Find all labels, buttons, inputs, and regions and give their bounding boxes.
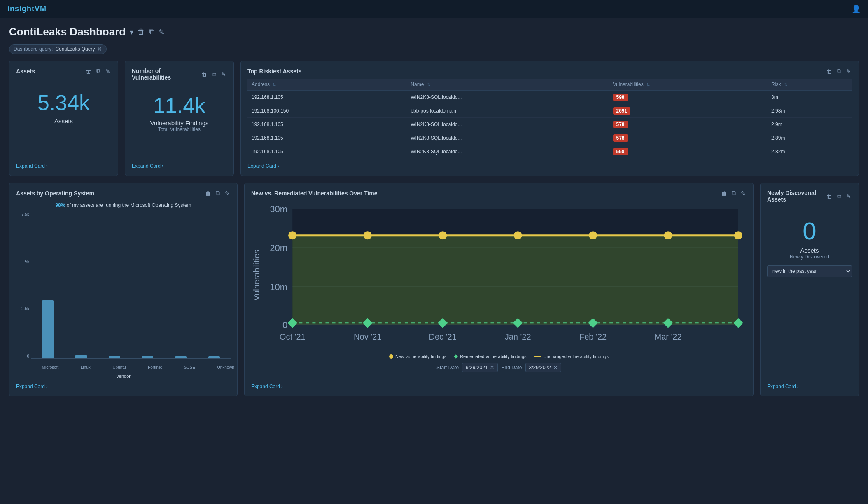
- title-copy-icon[interactable]: ⧉: [149, 28, 154, 36]
- riskiest-edit-icon[interactable]: ✎: [845, 68, 852, 75]
- os-card: Assets by Operating System 🗑 ⧉ ✎ 98% of …: [9, 183, 238, 396]
- bar-microsoft: [42, 300, 54, 358]
- newly-sublabel: Newly Discovered: [767, 254, 852, 260]
- end-date-clear-icon[interactable]: ✕: [553, 365, 558, 370]
- nvr-trash-icon[interactable]: 🗑: [720, 190, 728, 197]
- risk-address: 192.168.1.105: [247, 118, 406, 131]
- risk-vulns: 578: [609, 118, 768, 131]
- os-vendor-label: Vendor: [16, 374, 231, 379]
- col-address[interactable]: Address ⇅: [247, 79, 406, 91]
- risk-name[interactable]: WIN2K8-SQL.localdo...: [406, 131, 609, 145]
- svg-text:Jan '22: Jan '22: [505, 332, 531, 341]
- assets-copy-icon[interactable]: ⧉: [96, 68, 101, 75]
- riskiest-expand-card[interactable]: Expand Card ›: [247, 158, 852, 169]
- vulnerabilities-label: Vulnerability Findings: [132, 120, 227, 127]
- risk-vulns: 598: [609, 91, 768, 104]
- riskiest-expand-arrow-icon: ›: [278, 163, 279, 169]
- legend-remediated-dot: [454, 354, 458, 359]
- assets-big-label: Assets: [16, 117, 111, 124]
- svg-text:Vulnerabilities: Vulnerabilities: [252, 249, 261, 300]
- risk-score: 2.98m: [767, 104, 852, 118]
- os-expand-card[interactable]: Expand Card ›: [16, 379, 231, 389]
- svg-text:Nov '21: Nov '21: [354, 332, 381, 341]
- vulnerabilities-expand-card[interactable]: Expand Card ›: [132, 158, 227, 169]
- newly-trash-icon[interactable]: 🗑: [826, 193, 833, 200]
- os-subtitle: 98% of my assets are running the Microso…: [16, 202, 231, 208]
- date-filters: Start Date 9/29/2021 ✕ End Date 3/29/202…: [251, 363, 747, 372]
- legend-remediated: Remediated vulnerability findings: [454, 354, 526, 359]
- svg-text:Oct '21: Oct '21: [280, 332, 306, 341]
- start-date-label: Start Date: [436, 365, 459, 370]
- svg-text:10m: 10m: [270, 282, 287, 292]
- top-riskiest-card-title: Top Riskiest Assets: [247, 68, 826, 75]
- assets-edit-icon[interactable]: ✎: [105, 68, 111, 75]
- risk-address: 192.168.1.105: [247, 91, 406, 104]
- risk-table-header-row: Address ⇅ Name ⇅ Vulnerabilities ⇅ Risk …: [247, 79, 852, 91]
- vuln-copy-icon[interactable]: ⧉: [211, 71, 217, 78]
- nvr-chart: 30m 20m 10m 0: [251, 201, 747, 379]
- risk-name[interactable]: WIN2K8-SQL.localdo...: [406, 145, 609, 159]
- riskiest-copy-icon[interactable]: ⧉: [836, 68, 842, 75]
- legend-remediated-label: Remediated vulnerability findings: [460, 354, 526, 359]
- risk-name[interactable]: WIN2K8-SQL.localdo...: [406, 91, 609, 104]
- os-edit-icon[interactable]: ✎: [224, 190, 231, 197]
- nvr-card: New vs. Remediated Vulnerabilities Over …: [244, 183, 754, 396]
- assets-expand-arrow-icon: ›: [46, 163, 48, 169]
- nvr-expand-arrow-icon: ›: [281, 384, 283, 389]
- top-riskiest-card: Top Riskiest Assets 🗑 ⧉ ✎ Address ⇅ Name…: [240, 61, 859, 176]
- end-date-input[interactable]: 3/29/2022 ✕: [525, 363, 561, 372]
- newly-edit-icon[interactable]: ✎: [845, 193, 852, 200]
- risk-name[interactable]: WIN2K8-SQL.localdo...: [406, 118, 609, 131]
- svg-point-14: [589, 231, 597, 239]
- assets-card-actions: 🗑 ⧉ ✎: [85, 68, 111, 75]
- title-edit-icon[interactable]: ✎: [159, 28, 165, 37]
- risk-name[interactable]: bbb-pos.localdomain: [406, 104, 609, 118]
- os-copy-icon[interactable]: ⧉: [215, 190, 221, 197]
- os-subtitle-text: of my assets are running the Microsoft O…: [67, 202, 191, 208]
- col-risk[interactable]: Risk ⇅: [767, 79, 852, 91]
- assets-big-number: 5.34k: [16, 90, 111, 115]
- risk-address: 192.168.100.150: [247, 104, 406, 118]
- assets-expand-card[interactable]: Expand Card ›: [16, 158, 111, 169]
- svg-point-11: [364, 231, 372, 239]
- nvr-edit-icon[interactable]: ✎: [740, 190, 747, 197]
- newly-copy-icon[interactable]: ⧉: [836, 193, 842, 200]
- vuln-trash-icon[interactable]: 🗑: [201, 71, 208, 78]
- user-icon[interactable]: 👤: [852, 5, 861, 14]
- bar-unknown-rect: [208, 356, 220, 358]
- dashboard-title: ContiLeaks Dashboard: [9, 26, 126, 38]
- vulnerabilities-card-title: Number of Vulnerabilities: [132, 68, 201, 81]
- filter-chip-close-icon[interactable]: ✕: [97, 46, 102, 52]
- vuln-edit-icon[interactable]: ✎: [220, 71, 227, 78]
- nvr-expand-card[interactable]: Expand Card ›: [251, 379, 747, 389]
- vuln-expand-arrow-icon: ›: [162, 163, 163, 169]
- nvr-copy-icon[interactable]: ⧉: [731, 190, 737, 197]
- col-name[interactable]: Name ⇅: [406, 79, 609, 91]
- newly-time-dropdown[interactable]: new in the past yearnew in the past mont…: [767, 265, 852, 277]
- newly-card-title: Newly Discovered Assets: [767, 190, 826, 203]
- vulnerabilities-card: Number of Vulnerabilities 🗑 ⧉ ✎ 11.4k Vu…: [125, 61, 234, 176]
- svg-point-13: [514, 231, 522, 239]
- svg-text:Dec '21: Dec '21: [429, 332, 457, 341]
- app-logo: insightVM: [7, 5, 47, 13]
- assets-card: Assets 🗑 ⧉ ✎ 5.34k Assets Expand Card ›: [9, 61, 118, 176]
- title-trash-icon[interactable]: 🗑: [138, 28, 145, 36]
- nvr-card-header: New vs. Remediated Vulnerabilities Over …: [251, 190, 747, 197]
- table-row: 192.168.1.105 WIN2K8-SQL.localdo... 558 …: [247, 145, 852, 159]
- os-trash-icon[interactable]: 🗑: [204, 190, 212, 197]
- start-date-clear-icon[interactable]: ✕: [490, 365, 494, 370]
- newly-expand-card[interactable]: Expand Card ›: [767, 379, 852, 389]
- svg-point-12: [439, 231, 447, 239]
- riskiest-trash-icon[interactable]: 🗑: [826, 68, 833, 75]
- newly-card: Newly Discovered Assets 🗑 ⧉ ✎ 0 Assets N…: [760, 183, 859, 396]
- assets-trash-icon[interactable]: 🗑: [85, 68, 92, 75]
- start-date-input[interactable]: 9/29/2021 ✕: [462, 363, 498, 372]
- col-vulnerabilities[interactable]: Vulnerabilities ⇅: [609, 79, 768, 91]
- title-chevron-down-icon[interactable]: ▾: [130, 28, 133, 37]
- svg-point-15: [664, 231, 672, 239]
- legend-new-dot: [389, 354, 393, 359]
- svg-text:Mar '22: Mar '22: [654, 332, 681, 341]
- os-bar-chart: 7.5k 5k 2.5k 0: [16, 212, 231, 368]
- vulnerabilities-big-number: 11.4k: [132, 93, 227, 118]
- risk-vulns: 558: [609, 145, 768, 159]
